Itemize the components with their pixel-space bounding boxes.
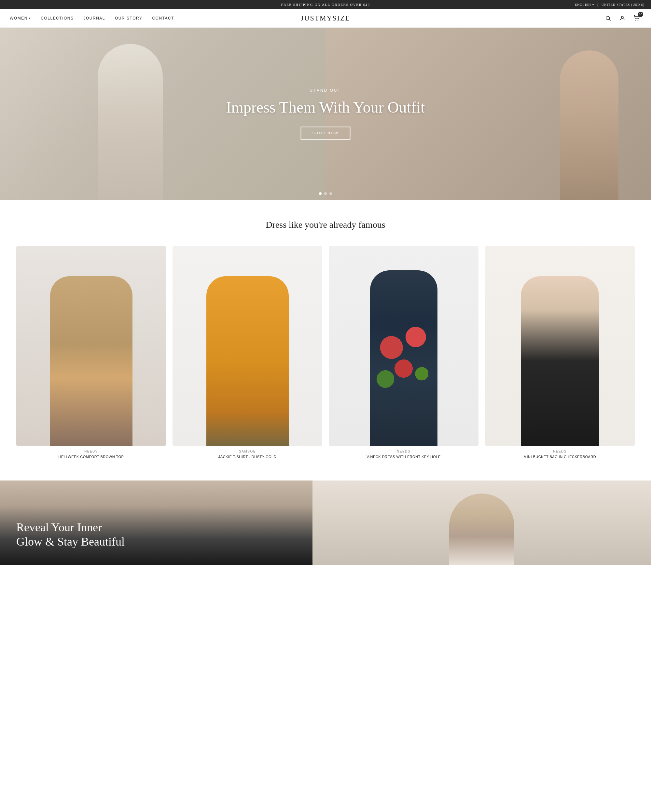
split-title-line1: Reveal Your Inner bbox=[16, 521, 102, 534]
product-name-3: V-NECK DRESS WITH FRONT KEY HOLE bbox=[329, 455, 478, 459]
product-figure-shape-4 bbox=[521, 276, 599, 446]
hero-figure-right bbox=[560, 50, 619, 200]
nav-women-chevron-icon: ▾ bbox=[29, 17, 31, 20]
nav-item-collections[interactable]: COLLECTIONS bbox=[41, 16, 73, 20]
product-image-1 bbox=[16, 246, 166, 446]
hero-shop-button[interactable]: SHOP NOW bbox=[301, 127, 351, 140]
product-info-4: NEEDS MINI BUCKET BAG IN CHECKERBOARD bbox=[485, 446, 635, 461]
product-brand-1: NEEDS bbox=[16, 450, 166, 453]
nav-item-contact[interactable]: CONTACT bbox=[152, 16, 174, 20]
language-selector[interactable]: ENGLISH ▾ bbox=[575, 3, 594, 6]
site-logo[interactable]: JUSTMYSIZE bbox=[301, 14, 350, 23]
announcement-bar: FREE SHIPPING ON ALL ORDERS OVER $40 ENG… bbox=[0, 0, 651, 9]
user-icon bbox=[619, 15, 625, 21]
split-section: Reveal Your Inner Glow & Stay Beautiful bbox=[0, 481, 651, 565]
hero-eyebrow: STAND OUT bbox=[226, 88, 425, 93]
search-button[interactable] bbox=[604, 14, 613, 23]
hero-content: STAND OUT Impress Them With Your Outfit … bbox=[226, 88, 425, 140]
hero-title: Impress Them With Your Outfit bbox=[226, 98, 425, 117]
hero-dot-2[interactable] bbox=[324, 192, 327, 195]
product-image-4 bbox=[485, 246, 635, 446]
product-brand-2: SAMSOE bbox=[173, 450, 322, 453]
tagline-title: Dress like you're already famous bbox=[6, 220, 645, 230]
product-brand-3: NEEDS bbox=[329, 450, 478, 453]
split-left-content: Reveal Your Inner Glow & Stay Beautiful bbox=[16, 520, 296, 548]
nav-actions: 10 bbox=[604, 14, 641, 23]
product-figure-shape-3 bbox=[370, 270, 437, 446]
nav-item-women[interactable]: WOMEN ▾ bbox=[10, 16, 31, 20]
product-placeholder-2 bbox=[173, 246, 322, 446]
product-card-1[interactable]: NEEDS HELLWEEK COMFORT BROWN TOP bbox=[16, 246, 166, 461]
header-controls: ENGLISH ▾ | UNITED STATES (USD $) bbox=[575, 3, 645, 6]
split-title-line2: Glow & Stay Beautiful bbox=[16, 535, 125, 548]
nav-links: WOMEN ▾ COLLECTIONS JOURNAL OUR STORY CO… bbox=[10, 16, 174, 20]
product-figure-shape-1 bbox=[50, 276, 133, 446]
nav-item-our-story[interactable]: OUR STORY bbox=[115, 16, 142, 20]
split-left-title: Reveal Your Inner Glow & Stay Beautiful bbox=[16, 520, 296, 548]
split-right-figure bbox=[449, 493, 514, 565]
product-grid-section: NEEDS HELLWEEK COMFORT BROWN TOP SAMSOE … bbox=[0, 240, 651, 481]
language-chevron-icon: ▾ bbox=[592, 3, 594, 6]
hero-figure-left bbox=[98, 44, 163, 200]
announcement-text: FREE SHIPPING ON ALL ORDERS OVER $40 bbox=[281, 3, 370, 6]
hero-section: STAND OUT Impress Them With Your Outfit … bbox=[0, 27, 651, 200]
product-info-2: SAMSOE JACKIE T-SHIRT - DUSTY GOLD bbox=[173, 446, 322, 461]
nav-item-journal[interactable]: JOURNAL bbox=[84, 16, 105, 20]
product-info-1: NEEDS HELLWEEK COMFORT BROWN TOP bbox=[16, 446, 166, 461]
svg-point-4 bbox=[638, 20, 638, 20]
cart-count: 10 bbox=[638, 12, 643, 17]
product-card-2[interactable]: SAMSOE JACKIE T-SHIRT - DUSTY GOLD bbox=[173, 246, 322, 461]
split-right-panel bbox=[312, 481, 651, 565]
split-left-panel: Reveal Your Inner Glow & Stay Beautiful bbox=[0, 481, 312, 565]
search-icon bbox=[605, 15, 611, 21]
tagline-section: Dress like you're already famous bbox=[0, 200, 651, 240]
product-card-4[interactable]: NEEDS MINI BUCKET BAG IN CHECKERBOARD bbox=[485, 246, 635, 461]
product-name-1: HELLWEEK COMFORT BROWN TOP bbox=[16, 455, 166, 459]
hero-dots bbox=[319, 192, 332, 195]
cart-button[interactable]: 10 bbox=[632, 14, 641, 23]
svg-line-1 bbox=[609, 19, 610, 20]
product-figure-shape-2 bbox=[206, 276, 289, 446]
svg-point-0 bbox=[606, 16, 610, 20]
product-image-2 bbox=[173, 246, 322, 446]
product-brand-4: NEEDS bbox=[485, 450, 635, 453]
hero-dot-1[interactable] bbox=[319, 192, 322, 195]
product-name-2: JACKIE T-SHIRT - DUSTY GOLD bbox=[173, 455, 322, 459]
svg-point-3 bbox=[636, 20, 636, 20]
product-name-4: MINI BUCKET BAG IN CHECKERBOARD bbox=[485, 455, 635, 459]
product-placeholder-1 bbox=[16, 246, 166, 446]
product-grid: NEEDS HELLWEEK COMFORT BROWN TOP SAMSOE … bbox=[16, 246, 635, 461]
language-label: ENGLISH bbox=[575, 3, 591, 6]
nav-women-label: WOMEN bbox=[10, 16, 28, 20]
product-placeholder-3 bbox=[329, 246, 478, 446]
product-info-3: NEEDS V-NECK DRESS WITH FRONT KEY HOLE bbox=[329, 446, 478, 461]
product-image-3 bbox=[329, 246, 478, 446]
region-label: UNITED STATES (USD $) bbox=[602, 3, 645, 6]
product-card-3[interactable]: NEEDS V-NECK DRESS WITH FRONT KEY HOLE bbox=[329, 246, 478, 461]
product-placeholder-4 bbox=[485, 246, 635, 446]
controls-separator: | bbox=[597, 3, 598, 6]
account-button[interactable] bbox=[618, 14, 627, 23]
svg-point-2 bbox=[621, 16, 623, 18]
navbar: WOMEN ▾ COLLECTIONS JOURNAL OUR STORY CO… bbox=[0, 9, 651, 27]
hero-dot-3[interactable] bbox=[329, 192, 332, 195]
